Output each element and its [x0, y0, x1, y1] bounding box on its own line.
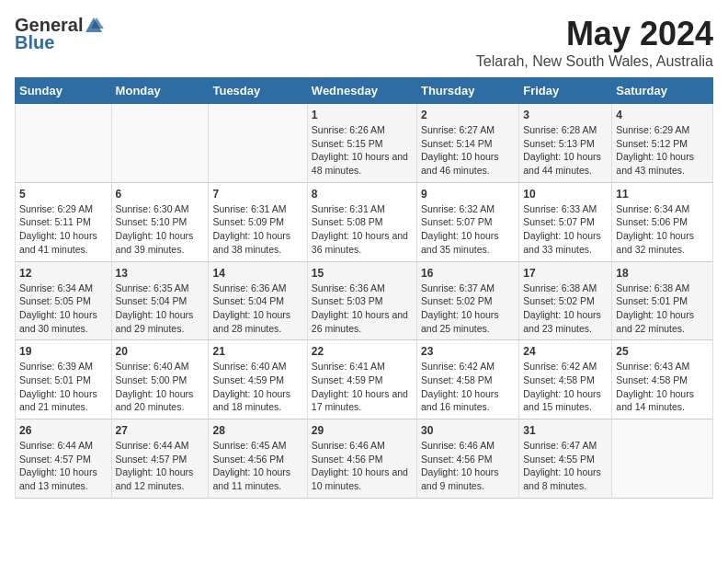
- day-number: 28: [212, 424, 302, 437]
- calendar-cell: 25Sunrise: 6:43 AMSunset: 4:58 PMDayligh…: [612, 340, 713, 419]
- day-detail: Sunset: 5:04 PM: [212, 294, 302, 308]
- day-detail: Sunset: 5:14 PM: [421, 137, 515, 151]
- day-detail: Sunrise: 6:34 AM: [19, 282, 108, 295]
- day-detail: Sunrise: 6:33 AM: [523, 202, 608, 216]
- day-detail: Sunset: 5:15 PM: [312, 137, 413, 151]
- day-number: 3: [523, 109, 608, 121]
- day-detail: Sunrise: 6:28 AM: [523, 123, 608, 137]
- col-saturday: Saturday: [612, 78, 713, 104]
- day-number: 24: [523, 345, 608, 358]
- day-detail: Sunrise: 6:35 AM: [116, 282, 205, 295]
- calendar-week-row: 1Sunrise: 6:26 AMSunset: 5:15 PMDaylight…: [16, 104, 713, 183]
- calendar-cell: 3Sunrise: 6:28 AMSunset: 5:13 PMDaylight…: [519, 104, 612, 183]
- calendar-cell: 14Sunrise: 6:36 AMSunset: 5:04 PMDayligh…: [209, 261, 307, 340]
- day-number: 27: [116, 424, 205, 437]
- calendar-cell: 6Sunrise: 6:30 AMSunset: 5:10 PMDaylight…: [111, 182, 209, 261]
- calendar-cell: 15Sunrise: 6:36 AMSunset: 5:03 PMDayligh…: [307, 261, 416, 340]
- day-number: 10: [523, 188, 608, 201]
- day-detail: Sunrise: 6:27 AM: [421, 123, 515, 137]
- day-detail: Sunrise: 6:47 AM: [523, 439, 608, 453]
- day-detail: Daylight: 10 hours and 25 minutes.: [421, 308, 515, 335]
- day-detail: Daylight: 10 hours and 10 minutes.: [312, 465, 413, 492]
- day-detail: Sunrise: 6:39 AM: [19, 360, 108, 373]
- calendar-cell: 22Sunrise: 6:41 AMSunset: 4:59 PMDayligh…: [307, 340, 416, 419]
- day-detail: Sunset: 5:07 PM: [523, 215, 608, 229]
- day-number: 20: [116, 345, 205, 358]
- calendar-header-row: Sunday Monday Tuesday Wednesday Thursday…: [16, 78, 713, 104]
- calendar-cell: 18Sunrise: 6:38 AMSunset: 5:01 PMDayligh…: [612, 261, 713, 340]
- calendar-cell: 31Sunrise: 6:47 AMSunset: 4:55 PMDayligh…: [519, 419, 612, 499]
- day-detail: Sunrise: 6:31 AM: [212, 202, 302, 216]
- day-detail: Daylight: 10 hours and 13 minutes.: [19, 465, 108, 492]
- day-number: 29: [312, 424, 413, 437]
- calendar-table: Sunday Monday Tuesday Wednesday Thursday…: [15, 77, 713, 499]
- day-detail: Sunset: 4:57 PM: [116, 453, 205, 466]
- col-thursday: Thursday: [416, 78, 518, 104]
- calendar-cell: [111, 104, 209, 183]
- calendar-cell: 16Sunrise: 6:37 AMSunset: 5:02 PMDayligh…: [416, 261, 518, 340]
- day-detail: Sunrise: 6:34 AM: [616, 202, 709, 216]
- day-number: 5: [19, 188, 108, 201]
- day-number: 6: [116, 188, 205, 201]
- calendar-cell: 5Sunrise: 6:29 AMSunset: 5:11 PMDaylight…: [16, 182, 112, 261]
- day-number: 25: [616, 345, 709, 358]
- day-detail: Sunrise: 6:26 AM: [312, 123, 413, 137]
- day-detail: Daylight: 10 hours and 48 minutes.: [312, 150, 413, 177]
- day-detail: Sunrise: 6:46 AM: [312, 439, 413, 453]
- calendar-cell: 10Sunrise: 6:33 AMSunset: 5:07 PMDayligh…: [519, 182, 612, 261]
- day-detail: Sunset: 5:04 PM: [116, 294, 205, 308]
- day-detail: Sunrise: 6:32 AM: [421, 202, 515, 216]
- day-detail: Sunset: 5:05 PM: [19, 294, 108, 308]
- calendar-cell: 20Sunrise: 6:40 AMSunset: 5:00 PMDayligh…: [111, 340, 209, 419]
- day-detail: Daylight: 10 hours and 15 minutes.: [523, 387, 608, 414]
- calendar-week-row: 26Sunrise: 6:44 AMSunset: 4:57 PMDayligh…: [16, 419, 713, 499]
- day-number: 21: [212, 345, 302, 358]
- day-detail: Sunrise: 6:37 AM: [421, 282, 515, 295]
- day-detail: Sunset: 5:07 PM: [421, 215, 515, 229]
- page-title: May 2024: [476, 15, 713, 53]
- day-detail: Sunrise: 6:44 AM: [116, 439, 205, 453]
- day-number: 31: [523, 424, 608, 437]
- day-detail: Daylight: 10 hours and 36 minutes.: [312, 229, 413, 256]
- day-detail: Daylight: 10 hours and 26 minutes.: [312, 308, 413, 335]
- day-detail: Daylight: 10 hours and 29 minutes.: [116, 308, 205, 335]
- title-block: May 2024 Telarah, New South Wales, Austr…: [476, 15, 713, 70]
- calendar-cell: 9Sunrise: 6:32 AMSunset: 5:07 PMDaylight…: [416, 182, 518, 261]
- day-detail: Daylight: 10 hours and 16 minutes.: [421, 387, 515, 414]
- calendar-cell: 24Sunrise: 6:42 AMSunset: 4:58 PMDayligh…: [519, 340, 612, 419]
- day-detail: Daylight: 10 hours and 35 minutes.: [421, 229, 515, 256]
- page-header: General Blue May 2024 Telarah, New South…: [15, 15, 713, 70]
- day-detail: Sunset: 4:59 PM: [312, 373, 413, 387]
- day-detail: Daylight: 10 hours and 43 minutes.: [616, 150, 709, 177]
- day-detail: Sunset: 5:06 PM: [616, 215, 709, 229]
- col-monday: Monday: [111, 78, 209, 104]
- day-detail: Sunset: 4:56 PM: [312, 453, 413, 466]
- calendar-cell: 2Sunrise: 6:27 AMSunset: 5:14 PMDaylight…: [416, 104, 518, 183]
- day-detail: Daylight: 10 hours and 28 minutes.: [212, 308, 302, 335]
- day-number: 7: [212, 188, 302, 201]
- day-detail: Sunrise: 6:29 AM: [616, 123, 709, 137]
- day-number: 16: [421, 267, 515, 280]
- day-number: 15: [312, 267, 413, 280]
- day-detail: Sunset: 5:08 PM: [312, 215, 413, 229]
- day-detail: Sunrise: 6:43 AM: [616, 360, 709, 373]
- calendar-cell: 23Sunrise: 6:42 AMSunset: 4:58 PMDayligh…: [416, 340, 518, 419]
- day-detail: Sunrise: 6:40 AM: [116, 360, 205, 373]
- day-detail: Daylight: 10 hours and 14 minutes.: [616, 387, 709, 414]
- calendar-cell: 11Sunrise: 6:34 AMSunset: 5:06 PMDayligh…: [612, 182, 713, 261]
- day-detail: Daylight: 10 hours and 33 minutes.: [523, 229, 608, 256]
- calendar-cell: 7Sunrise: 6:31 AMSunset: 5:09 PMDaylight…: [209, 182, 307, 261]
- calendar-cell: 13Sunrise: 6:35 AMSunset: 5:04 PMDayligh…: [111, 261, 209, 340]
- day-number: 23: [421, 345, 515, 358]
- calendar-week-row: 19Sunrise: 6:39 AMSunset: 5:01 PMDayligh…: [16, 340, 713, 419]
- day-detail: Sunset: 4:56 PM: [421, 453, 515, 466]
- day-detail: Sunset: 4:58 PM: [523, 373, 608, 387]
- day-number: 22: [312, 345, 413, 358]
- day-detail: Daylight: 10 hours and 22 minutes.: [616, 308, 709, 335]
- calendar-cell: [612, 419, 713, 499]
- day-detail: Sunset: 5:02 PM: [523, 294, 608, 308]
- calendar-cell: 12Sunrise: 6:34 AMSunset: 5:05 PMDayligh…: [16, 261, 112, 340]
- day-detail: Daylight: 10 hours and 18 minutes.: [212, 387, 302, 414]
- col-wednesday: Wednesday: [307, 78, 416, 104]
- day-detail: Daylight: 10 hours and 44 minutes.: [523, 150, 608, 177]
